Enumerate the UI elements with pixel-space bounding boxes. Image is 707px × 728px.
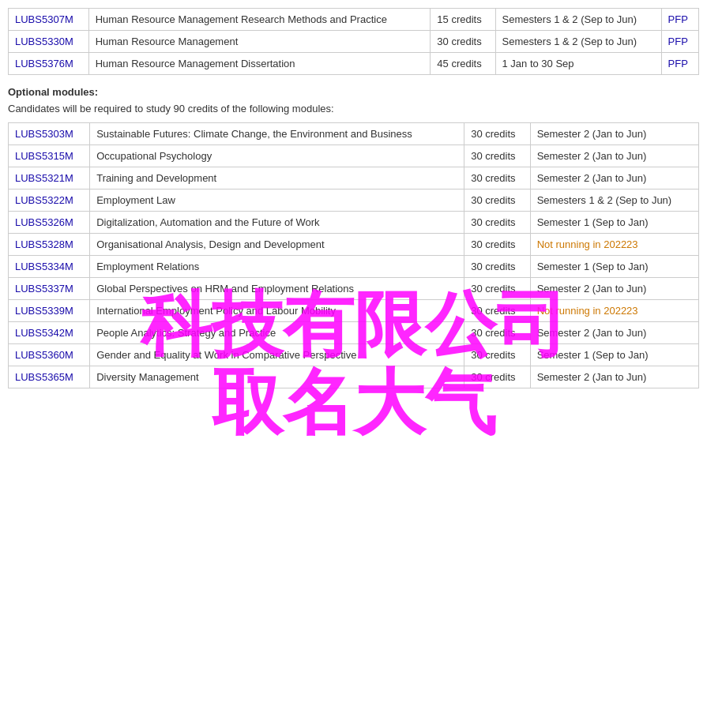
- module-credits-cell: 30 credits: [464, 256, 530, 278]
- module-timing-cell: Semesters 1 & 2 (Sep to Jun): [495, 31, 661, 53]
- module-credits-cell: 15 credits: [431, 9, 495, 31]
- module-code-link[interactable]: LUBS5321M: [15, 172, 73, 184]
- module-code-cell[interactable]: LUBS5307M: [9, 9, 89, 31]
- module-pfp-cell[interactable]: PFP: [661, 31, 698, 53]
- table-row: LUBS5315M Occupational Psychology 30 cre…: [9, 145, 699, 167]
- module-timing-cell: Semesters 1 & 2 (Sep to Jun): [530, 190, 698, 212]
- module-timing-cell: 1 Jan to 30 Sep: [495, 53, 661, 75]
- optional-text: Candidates will be required to study 90 …: [8, 103, 699, 114]
- module-timing-cell: Semester 1 (Sep to Jan): [530, 256, 698, 278]
- pfp-link[interactable]: PFP: [668, 13, 688, 25]
- module-code-link[interactable]: LUBS5376M: [15, 58, 73, 69]
- module-name-cell: Sustainable Futures: Climate Change, the…: [90, 123, 464, 145]
- module-code-link[interactable]: LUBS5328M: [15, 238, 73, 250]
- table-row: LUBS5307M Human Resource Management Rese…: [9, 9, 699, 31]
- module-credits-cell: 30 credits: [464, 366, 530, 388]
- module-name-cell: Human Resource Management Dissertation: [88, 53, 431, 75]
- module-name-cell: Digitalization, Automation and the Futur…: [90, 212, 464, 234]
- module-credits-cell: 30 credits: [464, 322, 530, 344]
- table-row: LUBS5334M Employment Relations 30 credit…: [9, 256, 699, 278]
- mandatory-modules-table: LUBS5307M Human Resource Management Rese…: [8, 8, 699, 75]
- module-code-link[interactable]: LUBS5334M: [15, 261, 73, 272]
- module-code-cell[interactable]: LUBS5322M: [9, 190, 90, 212]
- module-credits-cell: 30 credits: [464, 123, 530, 145]
- module-code-link[interactable]: LUBS5307M: [15, 13, 73, 25]
- module-name-cell: Gender and Equality at Work in Comparati…: [90, 344, 464, 366]
- table-row: LUBS5376M Human Resource Management Diss…: [9, 53, 699, 75]
- table-row: LUBS5360M Gender and Equality at Work in…: [9, 344, 699, 366]
- module-name-cell: Global Perspectives on HRM and Employmen…: [90, 278, 464, 300]
- module-code-cell[interactable]: LUBS5365M: [9, 366, 90, 388]
- module-code-link[interactable]: LUBS5303M: [15, 128, 73, 140]
- module-credits-cell: 30 credits: [464, 344, 530, 366]
- module-code-cell[interactable]: LUBS5326M: [9, 212, 90, 234]
- module-code-cell[interactable]: LUBS5342M: [9, 322, 90, 344]
- module-credits-cell: 30 credits: [464, 234, 530, 256]
- module-timing-cell: Semester 1 (Sep to Jan): [530, 212, 698, 234]
- table-row: LUBS5365M Diversity Management 30 credit…: [9, 366, 699, 388]
- table-row: LUBS5322M Employment Law 30 credits Seme…: [9, 190, 699, 212]
- module-timing-cell: Semester 2 (Jan to Jun): [530, 322, 698, 344]
- module-code-cell[interactable]: LUBS5328M: [9, 234, 90, 256]
- module-code-cell[interactable]: LUBS5321M: [9, 167, 90, 190]
- pfp-link[interactable]: PFP: [668, 36, 688, 47]
- table-row: LUBS5339M International Employment Polic…: [9, 300, 699, 322]
- module-code-cell[interactable]: LUBS5303M: [9, 123, 90, 145]
- module-timing-cell: Semester 2 (Jan to Jun): [530, 366, 698, 388]
- optional-modules-table: LUBS5303M Sustainable Futures: Climate C…: [8, 122, 699, 388]
- module-code-link[interactable]: LUBS5322M: [15, 194, 73, 206]
- module-timing-cell: Semester 2 (Jan to Jun): [530, 278, 698, 300]
- module-name-cell: Occupational Psychology: [90, 145, 464, 167]
- table-row: LUBS5342M People Analytics: Strategy and…: [9, 322, 699, 344]
- module-name-cell: Diversity Management: [90, 366, 464, 388]
- module-credits-cell: 45 credits: [431, 53, 495, 75]
- module-timing-cell: Semester 2 (Jan to Jun): [530, 123, 698, 145]
- module-timing-cell: Not running in 202223: [530, 234, 698, 256]
- module-code-cell[interactable]: LUBS5339M: [9, 300, 90, 322]
- table-row: LUBS5321M Training and Development 30 cr…: [9, 167, 699, 190]
- module-code-link[interactable]: LUBS5365M: [15, 371, 73, 383]
- pfp-link[interactable]: PFP: [668, 58, 688, 69]
- module-code-link[interactable]: LUBS5326M: [15, 216, 73, 228]
- module-code-link[interactable]: LUBS5337M: [15, 283, 73, 295]
- table-row: LUBS5326M Digitalization, Automation and…: [9, 212, 699, 234]
- module-timing-cell: Semester 1 (Sep to Jan): [530, 344, 698, 366]
- module-name-cell: Human Resource Management: [88, 31, 431, 53]
- module-timing-cell: Not running in 202223: [530, 300, 698, 322]
- optional-heading: Optional modules:: [8, 86, 699, 98]
- module-code-cell[interactable]: LUBS5315M: [9, 145, 90, 167]
- module-code-link[interactable]: LUBS5315M: [15, 150, 73, 162]
- module-name-cell: Human Resource Management Research Metho…: [88, 9, 431, 31]
- module-code-cell[interactable]: LUBS5360M: [9, 344, 90, 366]
- module-name-cell: Organisational Analysis, Design and Deve…: [90, 234, 464, 256]
- module-code-cell[interactable]: LUBS5330M: [9, 31, 89, 53]
- module-credits-cell: 30 credits: [464, 167, 530, 190]
- table-row: LUBS5328M Organisational Analysis, Desig…: [9, 234, 699, 256]
- module-code-link[interactable]: LUBS5360M: [15, 349, 73, 361]
- module-name-cell: Training and Development: [90, 167, 464, 190]
- module-name-cell: International Employment Policy and Labo…: [90, 300, 464, 322]
- module-code-cell[interactable]: LUBS5334M: [9, 256, 90, 278]
- module-credits-cell: 30 credits: [431, 31, 495, 53]
- module-name-cell: Employment Law: [90, 190, 464, 212]
- module-timing-cell: Semester 2 (Jan to Jun): [530, 167, 698, 190]
- module-name-cell: Employment Relations: [90, 256, 464, 278]
- module-timing-cell: Semester 2 (Jan to Jun): [530, 145, 698, 167]
- module-credits-cell: 30 credits: [464, 278, 530, 300]
- module-pfp-cell[interactable]: PFP: [661, 9, 698, 31]
- module-code-link[interactable]: LUBS5330M: [15, 36, 73, 47]
- module-credits-cell: 30 credits: [464, 190, 530, 212]
- module-credits-cell: 30 credits: [464, 300, 530, 322]
- module-pfp-cell[interactable]: PFP: [661, 53, 698, 75]
- module-code-link[interactable]: LUBS5342M: [15, 327, 73, 339]
- module-name-cell: People Analytics: Strategy and Practice: [90, 322, 464, 344]
- table-row: LUBS5337M Global Perspectives on HRM and…: [9, 278, 699, 300]
- module-credits-cell: 30 credits: [464, 212, 530, 234]
- module-code-cell[interactable]: LUBS5376M: [9, 53, 89, 75]
- module-code-link[interactable]: LUBS5339M: [15, 305, 73, 317]
- module-timing-cell: Semesters 1 & 2 (Sep to Jun): [495, 9, 661, 31]
- table-row: LUBS5303M Sustainable Futures: Climate C…: [9, 123, 699, 145]
- module-credits-cell: 30 credits: [464, 145, 530, 167]
- module-code-cell[interactable]: LUBS5337M: [9, 278, 90, 300]
- table-row: LUBS5330M Human Resource Management 30 c…: [9, 31, 699, 53]
